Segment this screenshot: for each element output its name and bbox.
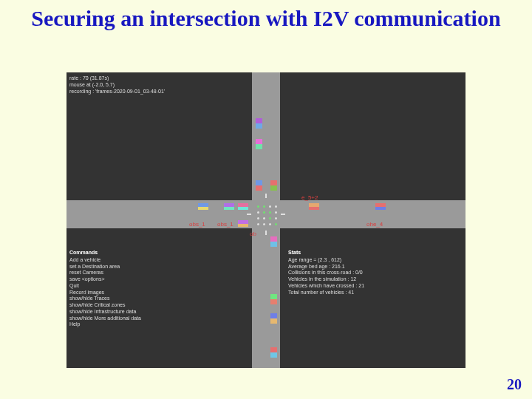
lane-marker [265, 194, 267, 198]
vehicle [270, 294, 277, 304]
signal-dot [275, 217, 277, 219]
stat-item: Collisions in this cross-road : 0/0 [288, 270, 364, 276]
stat-item: Vehicles in the simulation : 12 [288, 276, 364, 283]
signal-dot [269, 205, 271, 208]
commands-header: Commands [69, 250, 141, 256]
command-item: show/hide More additional data [69, 316, 141, 322]
obs-label: ohe_4 [366, 221, 383, 228]
signal-dot [269, 223, 271, 225]
command-item: set a Destination area [69, 264, 141, 270]
road-vertical [252, 72, 280, 368]
signal-dot [269, 217, 271, 219]
lane-marker [247, 214, 251, 215]
commands-panel: Commands Add a vehicle set a Destination… [69, 250, 141, 328]
command-item: Help [69, 321, 141, 328]
signal-dot [257, 223, 259, 225]
stat-item: Vehicles which have crossed : 21 [288, 283, 364, 290]
signal-dot [263, 211, 265, 214]
obs-label: e_5+2 [301, 194, 318, 202]
command-item: show/hide Critical zones [69, 302, 141, 309]
signal-dot [257, 217, 259, 219]
vehicle [309, 203, 319, 210]
lane-marker [265, 231, 267, 235]
command-item: Quit [69, 283, 141, 290]
obs-label: obs_1 [189, 221, 205, 228]
signal-dot [275, 211, 277, 214]
simulation-window: obs_1 obs_1 ob e_5+2 ohe_4 rate : 70 (31… [66, 72, 466, 368]
sim-info: rate : 70 (31.87s) mouse at (-2.0, 5.7) … [69, 75, 165, 95]
command-item: Record images [69, 290, 141, 296]
signal-dot [263, 205, 265, 208]
vehicle [256, 180, 262, 191]
slide-title: Securing an intersection with I2V commun… [0, 0, 532, 32]
vehicle [238, 220, 248, 227]
vehicle [375, 203, 386, 210]
signal-dot [275, 205, 277, 208]
vehicle [198, 203, 208, 210]
page-number: 20 [507, 376, 522, 393]
signal-dot [257, 205, 259, 208]
signal-dot [269, 211, 271, 214]
command-item: save <options> [69, 276, 141, 283]
lane-marker [281, 214, 285, 215]
stats-panel: Stats Age range = (2.3 , 612) Average be… [288, 250, 364, 296]
command-item: show/hide Traces [69, 296, 141, 302]
vehicle [270, 313, 277, 324]
command-item: show/hide Infrastructure data [69, 309, 141, 316]
vehicle [256, 118, 262, 129]
obs-label: obs_1 [217, 221, 233, 228]
signal-dot [263, 217, 265, 219]
vehicle [238, 203, 248, 210]
stat-item: Average bed age : 216.1 [288, 264, 364, 270]
obs-label: ob [250, 231, 256, 238]
vehicle [224, 203, 234, 210]
vehicle [270, 236, 277, 247]
info-line: mouse at (-2.0, 5.7) [69, 82, 165, 89]
stats-header: Stats [288, 250, 364, 256]
signal-dot [263, 223, 265, 225]
stat-item: Total number of vehicles : 41 [288, 290, 364, 296]
signal-dot [257, 211, 259, 214]
command-item: reset Cameras [69, 270, 141, 276]
info-line: recording : 'frames-2020-09-01_03-48-01' [69, 89, 165, 95]
vehicle [270, 347, 277, 358]
vehicle [270, 180, 277, 191]
vehicle [256, 139, 262, 149]
command-item: Add a vehicle [69, 257, 141, 264]
signal-dot [275, 223, 277, 225]
stat-item: Age range = (2.3 , 612) [288, 257, 364, 264]
info-line: rate : 70 (31.87s) [69, 75, 165, 82]
